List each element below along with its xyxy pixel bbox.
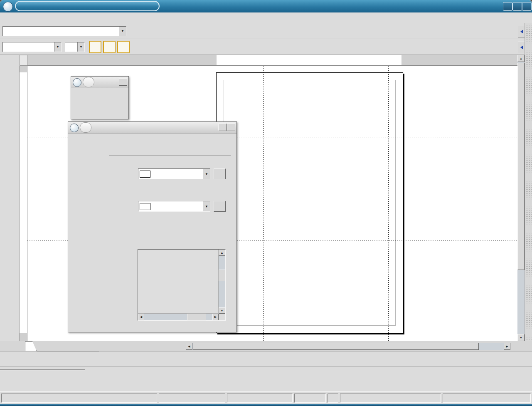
main-toolbar [0,66,20,341]
drawing-canvas[interactable]: ▼ ▼ ▲ ▼ ◀ ▶ [27,66,517,341]
scroll-left-icon[interactable]: ◀ [186,343,192,350]
object-bar: ▼ ▼ [0,39,525,55]
vscroll-thumb[interactable] [517,63,525,270]
light-color-picker-button[interactable] [214,168,226,179]
group-line [109,155,231,156]
chevron-down-icon[interactable]: ▼ [77,42,84,52]
ruler-corner-box[interactable] [20,55,27,66]
ruler-page-zone [20,72,27,333]
ambient-color-picker-button[interactable] [214,201,226,212]
dialog-title-bar[interactable] [68,122,236,134]
title-bar[interactable] [0,0,532,12]
palette-close-button[interactable] [119,78,127,86]
chevron-left-icon [520,30,523,34]
options-bar [0,352,532,367]
window-bottom-border [0,404,532,406]
preview-hscrollbar[interactable]: ◀ ▶ [138,314,219,320]
status-position[interactable] [159,394,225,403]
scroll-right-icon[interactable]: ▶ [212,314,219,320]
menu-bar [0,12,532,23]
chevron-down-icon[interactable]: ▼ [203,169,210,179]
function-bar: ▼ [0,23,525,39]
light-color-swatch [140,171,150,178]
status-modified [328,394,338,403]
bold-button[interactable] [89,41,101,53]
preview-vscrollbar[interactable]: ▲ ▼ [219,250,225,314]
page-tab-seite-1[interactable] [25,342,37,351]
scroll-right-icon[interactable]: ▶ [504,343,510,350]
palette-title [83,77,94,87]
status-selection [1,394,157,403]
scroll-left-icon[interactable]: ◀ [138,314,144,320]
dialog-title [80,122,91,133]
dialog-3d-effects[interactable]: ▼ ▼ ▲ ▼ ◀ ▶ [68,121,237,332]
palette-menu-button[interactable] [73,78,81,87]
ambient-color-swatch [140,203,150,210]
horizontal-scrollbar[interactable]: ◀ ▶ [186,343,510,350]
page-margin [224,80,396,326]
dialog-rollup-button[interactable] [218,124,227,131]
ambient-color-combo[interactable]: ▼ [138,201,210,212]
chevron-down-icon[interactable]: ▼ [203,201,210,211]
status-size[interactable] [227,394,293,403]
scroll-up-icon[interactable]: ▲ [517,55,525,62]
chevron-left-icon [520,45,523,50]
shade-button[interactable] [512,2,522,11]
chevron-down-icon[interactable]: ▼ [119,27,126,36]
palette-3d-objects[interactable] [71,76,129,119]
palette-3d-grid [71,88,128,92]
application-window: ▼ ▼ ▼ [0,0,532,406]
ruler-page-zone [217,55,401,65]
italic-button[interactable] [103,41,116,53]
hscroll-thumb[interactable] [193,343,479,350]
color-bar [0,372,532,391]
light-preview-panel: ▲ ▼ ◀ ▶ [138,249,226,321]
light-color-combo[interactable]: ▼ [138,168,210,179]
scroll-down-icon[interactable]: ▼ [517,334,525,341]
chevron-down-icon[interactable]: ▼ [54,42,61,52]
splitter-line [0,369,85,371]
url-combo[interactable]: ▼ [2,26,126,36]
selection-guide-left [263,66,264,341]
close-button[interactable] [522,2,532,11]
scroll-up-icon[interactable]: ▲ [219,250,225,256]
title-pill [15,1,160,11]
status-style[interactable] [443,394,531,403]
horizontal-ruler[interactable] [27,55,517,66]
preview-hscroll-thumb[interactable] [187,314,206,320]
palette-title-bar[interactable] [71,77,128,88]
font-name-combo[interactable]: ▼ [2,42,62,52]
status-page[interactable] [340,394,441,403]
color-row-2 [8,382,532,391]
minimize-button[interactable] [503,2,512,11]
preview-vscroll-thumb[interactable] [219,270,225,281]
selection-guide-right [388,66,389,341]
window-menu-button[interactable] [3,2,13,12]
status-zoom[interactable] [294,394,326,403]
dialog-menu-button[interactable] [70,124,79,132]
tab-strip [37,341,99,352]
font-size-combo[interactable]: ▼ [65,42,85,52]
vertical-scrollbar[interactable]: ▲ ▼ [517,55,525,341]
status-bar [0,391,532,404]
scroll-down-icon[interactable]: ▼ [219,307,225,314]
underline-button[interactable] [117,41,130,53]
color-row-1 [8,373,532,382]
dialog-close-button[interactable] [227,124,235,131]
vertical-ruler[interactable] [20,66,27,341]
light-preview[interactable] [138,250,219,314]
right-dock-strip [525,23,532,341]
